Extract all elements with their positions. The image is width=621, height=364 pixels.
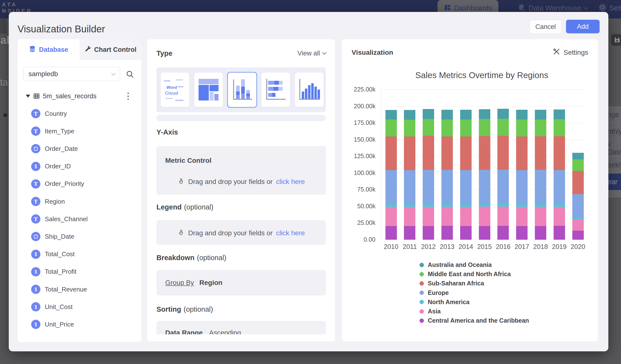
sorting-heading: Sorting xyxy=(156,305,181,313)
click-here-link[interactable]: click here xyxy=(276,178,305,186)
bar-segment xyxy=(553,204,565,207)
legend-optional-label: (optional) xyxy=(184,203,213,211)
bar-segment xyxy=(441,110,453,120)
field-row[interactable]: 1Unit_Cost xyxy=(17,300,141,314)
tree-expand-icon xyxy=(26,95,30,98)
legend-item[interactable]: North America xyxy=(419,298,469,306)
bar-segment xyxy=(460,204,472,207)
bar-segment xyxy=(497,136,509,170)
metric-control-dropzone[interactable]: Metric Control Drag and drop your fields… xyxy=(156,146,326,195)
group-by-link[interactable]: Group By xyxy=(165,279,194,287)
field-name: Unit_Cost xyxy=(45,303,72,311)
legend-item[interactable]: Central America and the Caribbean xyxy=(419,317,529,324)
bar-segment xyxy=(535,136,546,170)
legend-item[interactable]: Sub-Saharan Africa xyxy=(419,280,484,287)
field-row[interactable]: Order_Date xyxy=(17,142,141,156)
gear-icon xyxy=(599,4,606,12)
y-axis-tick-label: 25.00k xyxy=(342,219,376,226)
number-field-icon: 1 xyxy=(31,320,40,329)
field-row[interactable]: 1Total_Profit xyxy=(17,265,141,278)
database-select[interactable]: sampledb xyxy=(23,67,120,81)
chart-type-card-stacked-column[interactable] xyxy=(227,72,257,107)
legend-item[interactable]: Middle East and North Africa xyxy=(419,271,511,278)
bar-segment xyxy=(479,119,490,136)
bar-segment xyxy=(497,207,509,226)
y-axis-tick-label: 150.00k xyxy=(342,136,376,143)
text-field-icon: T xyxy=(31,126,40,136)
view-all-button[interactable]: View all xyxy=(297,50,326,57)
chart-type-card-column[interactable] xyxy=(295,72,324,107)
bar-segment xyxy=(385,120,397,137)
bar-segment xyxy=(460,170,472,204)
sorting-optional-label: (optional) xyxy=(184,305,213,313)
tab-chart-control[interactable]: Chart Control xyxy=(80,39,142,60)
bar-segment xyxy=(460,207,472,226)
bar-segment xyxy=(404,204,415,207)
bar-segment xyxy=(572,231,584,240)
chart-type-card-stacked-bar[interactable] xyxy=(261,72,290,107)
data-warehouse-icon xyxy=(518,4,526,12)
search-icon[interactable] xyxy=(126,70,134,80)
field-name: Total_Cost xyxy=(45,250,75,258)
number-field-icon: 1 xyxy=(31,285,40,294)
add-button[interactable]: Add xyxy=(566,20,600,33)
visualization-panel: Visualization Settings Sales Metrics Ove… xyxy=(342,39,598,341)
table-tree-row[interactable]: 5m_sales_records xyxy=(17,90,141,102)
legend-dropzone[interactable]: Drag and drop your fields or click here xyxy=(156,220,326,245)
bar-segment xyxy=(441,170,453,204)
field-row[interactable]: Ship_Date xyxy=(17,230,141,243)
field-row[interactable]: TItem_Type xyxy=(17,124,141,138)
chevron-down-icon xyxy=(584,5,588,10)
bar-segment xyxy=(497,170,509,204)
wrench-icon xyxy=(85,46,91,54)
field-row[interactable]: TRegion xyxy=(17,195,141,208)
field-row[interactable]: TOrder_Priority xyxy=(17,177,141,191)
bar-segment xyxy=(497,226,509,240)
field-name: Order_ID xyxy=(45,163,71,170)
chart-type-card-treemap[interactable] xyxy=(194,72,223,107)
legend-item[interactable]: Europe xyxy=(419,289,449,296)
bar-segment xyxy=(572,220,584,231)
nav-label: Settin xyxy=(609,4,621,12)
legend-color-dot xyxy=(419,281,424,286)
legend-color-dot xyxy=(419,272,424,277)
tap-icon xyxy=(177,177,185,186)
bar-segment xyxy=(553,136,565,170)
bar-segment xyxy=(479,226,490,240)
cancel-button[interactable]: Cancel xyxy=(530,20,562,34)
bar-segment xyxy=(385,110,397,120)
tools-icon xyxy=(553,48,560,57)
bar-segment xyxy=(460,120,472,137)
field-row[interactable]: TSales_Channel xyxy=(17,212,141,226)
sorting-field-label: Data Range xyxy=(165,329,203,334)
chart-type-card-word-cloud[interactable]: WordCloud xyxy=(161,72,189,107)
field-name: Item_Type xyxy=(45,127,74,135)
visualization-heading: Visualization xyxy=(352,49,393,56)
field-row[interactable]: TCountry xyxy=(17,107,141,121)
field-row[interactable]: 1Total_Revenue xyxy=(17,282,141,296)
settings-button[interactable]: Settings xyxy=(553,48,588,57)
y-axis-heading: Y-Axis xyxy=(156,128,178,136)
bar-segment xyxy=(479,136,490,170)
calendar-icon xyxy=(31,232,40,241)
click-here-link[interactable]: click here xyxy=(276,229,305,237)
legend-item[interactable]: Australia and Oceania xyxy=(419,261,492,268)
settings-label: Settings xyxy=(564,49,588,56)
field-row[interactable]: 1Order_ID xyxy=(17,160,141,173)
bar-segment xyxy=(553,109,565,119)
tab-label: Database xyxy=(39,46,68,53)
bar-segment xyxy=(572,194,584,218)
legend-item[interactable]: Asia xyxy=(419,308,441,315)
visualization-builder-modal: Visualization Builder Cancel Add Databas… xyxy=(9,12,608,351)
field-row[interactable]: 1Total_Cost xyxy=(17,247,141,261)
chart-type-scrollbar[interactable] xyxy=(156,115,326,121)
bar-segment xyxy=(423,204,434,207)
field-row[interactable]: 1Unit_Price xyxy=(17,317,141,331)
nav-label: Dashboards xyxy=(454,4,492,12)
nav-label: Data Warehouse xyxy=(529,4,581,12)
save-icon[interactable] xyxy=(611,34,621,46)
field-name: Region xyxy=(45,198,65,205)
tab-database[interactable]: Database xyxy=(17,39,80,60)
table-menu-icon[interactable] xyxy=(127,93,129,100)
bar-segment xyxy=(535,120,546,136)
